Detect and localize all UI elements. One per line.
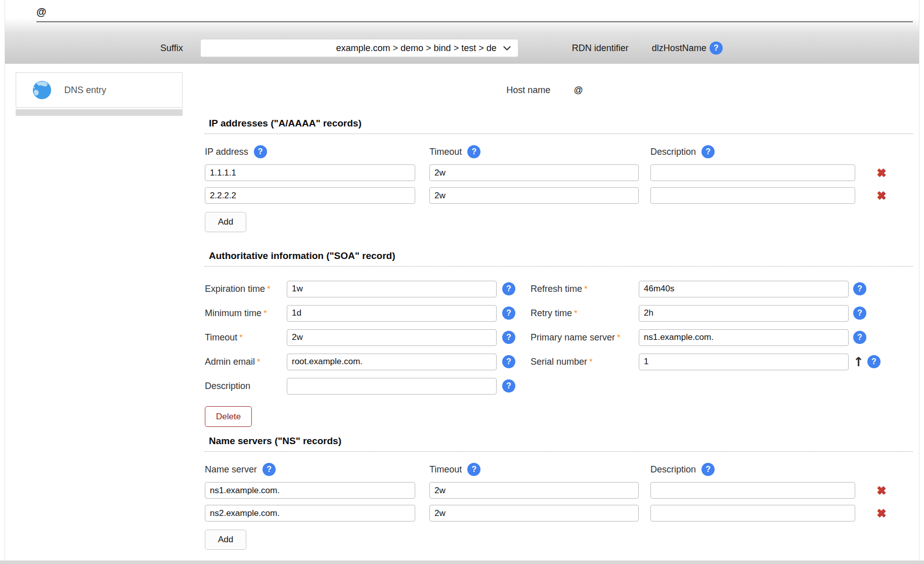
expiration-time-input[interactable] [287, 281, 497, 297]
ns-row-delete-icon-1[interactable]: ✖ [871, 485, 891, 496]
ns-table-headers: Name server ? Timeout ? Description ? [205, 463, 913, 476]
required-marker: * [617, 333, 621, 342]
required-marker: * [589, 357, 593, 367]
ns-row-1: ✖ [205, 482, 913, 499]
primary-name-server-help-icon[interactable]: ? [853, 331, 866, 344]
ns-timeout-help-icon[interactable]: ? [467, 463, 480, 476]
title-bar: @ [5, 0, 919, 32]
main-area: DNS entry Host name @ IP addresses ("A/A… [5, 64, 919, 550]
minimum-time-input[interactable] [287, 305, 497, 322]
ns-timeout-input-1[interactable] [429, 482, 639, 499]
ip-address-header-label: IP address [205, 147, 248, 157]
soa-description-label: Description [205, 381, 287, 392]
ns-description-header: Description ? [650, 463, 871, 476]
retry-time-input[interactable] [639, 305, 849, 322]
ip-row-2: ✖ [205, 187, 913, 204]
ns-description-header-label: Description [650, 464, 696, 475]
ns-description-help-icon[interactable]: ? [701, 463, 715, 476]
ip-add-button[interactable]: Add [205, 212, 246, 232]
ip-table-headers: IP address ? Timeout ? Description ? [205, 145, 913, 158]
ip-timeout-input-2[interactable] [429, 187, 639, 204]
ns-row-delete-icon-2[interactable]: ✖ [871, 508, 891, 519]
refresh-time-input[interactable] [639, 281, 849, 297]
soa-timeout-help-icon[interactable]: ? [502, 331, 515, 344]
ip-timeout-header-label: Timeout [429, 147, 462, 157]
soa-description-input[interactable] [287, 378, 497, 395]
ns-row-2: ✖ [205, 505, 913, 522]
ns-server-header-label: Name server [205, 464, 257, 475]
host-name-label: Host name [506, 85, 550, 96]
tab-shadow [16, 109, 183, 116]
admin-email-label: Admin email* [205, 357, 287, 367]
ip-address-input-1[interactable] [205, 164, 415, 181]
name-servers-section: Name servers ("NS" records) Name server … [205, 436, 913, 550]
ip-description-header: Description ? [650, 145, 871, 158]
admin-email-help-icon[interactable]: ? [502, 355, 515, 368]
retry-time-label: Retry time* [531, 308, 639, 319]
suffix-select[interactable]: example.com > demo > bind > test > de [200, 39, 518, 57]
rdn-help-icon[interactable]: ? [710, 41, 723, 55]
ip-row-delete-icon-2[interactable]: ✖ [871, 190, 891, 201]
host-name-value: @ [574, 85, 583, 96]
serial-number-label: Serial number* [531, 357, 639, 367]
content-area: Host name @ IP addresses ("A/AAAA" recor… [205, 64, 919, 550]
soa-section-heading: Authoritative information ("SOA" record) [205, 250, 913, 267]
ip-row-delete-icon-1[interactable]: ✖ [871, 167, 891, 179]
host-name-row: Host name @ [191, 85, 899, 96]
ip-description-help-icon[interactable]: ? [701, 145, 715, 158]
soa-timeout-label: Timeout* [205, 332, 287, 343]
ns-server-header: Name server ? [205, 463, 429, 476]
soa-delete-button[interactable]: Delete [205, 406, 252, 427]
rdn-identifier-label: RDN identifier [572, 43, 629, 54]
refresh-time-label: Refresh time* [531, 284, 639, 294]
ip-section-heading: IP addresses ("A/AAAA" records) [205, 118, 913, 134]
ip-description-input-2[interactable] [650, 187, 855, 204]
expiration-time-help-icon[interactable]: ? [502, 282, 515, 295]
primary-name-server-input[interactable] [639, 329, 849, 346]
module-sidebar: DNS entry [5, 64, 205, 550]
page-title: @ [36, 6, 47, 17]
serial-number-input[interactable] [639, 354, 849, 370]
serial-number-help-icon[interactable]: ? [867, 355, 881, 368]
retry-time-help-icon[interactable]: ? [853, 307, 866, 320]
suffix-toolbar: Suffix example.com > demo > bind > test … [5, 32, 919, 64]
ns-timeout-header-label: Timeout [429, 464, 462, 475]
ns-add-button[interactable]: Add [205, 530, 246, 550]
rdn-identifier-value: dlzHostName [652, 43, 707, 54]
ns-server-help-icon[interactable]: ? [262, 463, 276, 476]
required-marker: * [239, 333, 243, 342]
ip-addresses-section: IP addresses ("A/AAAA" records) IP addre… [205, 118, 913, 232]
required-marker: * [257, 357, 260, 367]
ip-address-input-2[interactable] [205, 187, 415, 204]
admin-email-input[interactable] [287, 354, 497, 370]
ns-description-input-2[interactable] [650, 505, 855, 522]
minimum-time-help-icon[interactable]: ? [502, 307, 515, 320]
ip-description-header-label: Description [650, 147, 696, 157]
ns-description-input-1[interactable] [650, 482, 855, 499]
ip-row-1: ✖ [205, 164, 913, 181]
tab-dns-entry[interactable]: DNS entry [16, 72, 183, 108]
soa-timeout-input[interactable] [287, 329, 497, 346]
ip-timeout-input-1[interactable] [429, 164, 639, 181]
tab-dns-entry-label: DNS entry [64, 85, 106, 96]
soa-section: Authoritative information ("SOA" record)… [205, 250, 913, 427]
footer-bar [0, 560, 924, 564]
soa-description-help-icon[interactable]: ? [502, 379, 515, 393]
ns-server-input-1[interactable] [205, 482, 415, 499]
title-underline: @ [36, 6, 913, 22]
refresh-time-help-icon[interactable]: ? [853, 282, 866, 295]
ip-timeout-help-icon[interactable]: ? [467, 145, 480, 158]
required-marker: * [263, 309, 267, 318]
suffix-select-value: example.com > demo > bind > test > de [336, 43, 497, 54]
required-marker: * [267, 284, 271, 294]
globe-icon [32, 80, 52, 100]
ns-server-input-2[interactable] [205, 505, 415, 522]
ip-description-input-1[interactable] [650, 164, 855, 181]
required-marker: * [574, 309, 578, 318]
suffix-label: Suffix [160, 43, 183, 54]
minimum-time-label: Minimum time* [205, 308, 287, 319]
ns-timeout-input-2[interactable] [429, 505, 639, 522]
ip-address-help-icon[interactable]: ? [254, 145, 267, 158]
ns-timeout-header: Timeout ? [429, 463, 650, 476]
increase-serial-arrow-icon[interactable]: ↑ [853, 356, 864, 368]
